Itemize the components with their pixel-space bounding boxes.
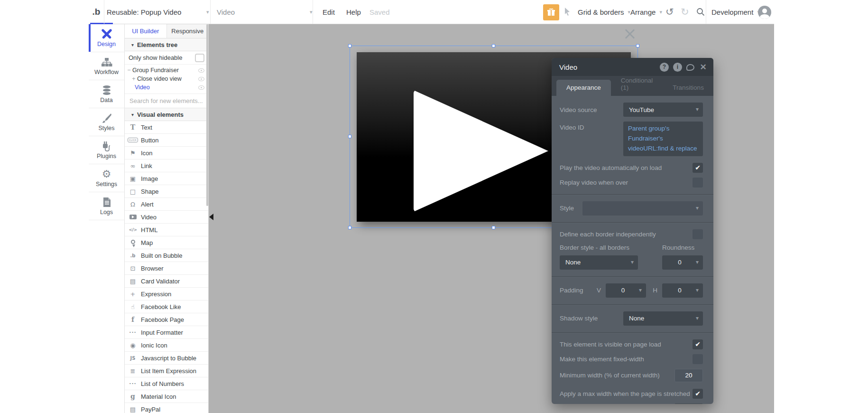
palette-item-icon[interactable]: ⚑ Icon <box>125 147 208 160</box>
palette-item-input-formatter[interactable]: ··· Input Formatter <box>125 326 208 339</box>
resize-handle[interactable] <box>492 44 495 47</box>
cursor-tool-icon[interactable] <box>563 7 572 16</box>
tab-ui-builder[interactable]: UI Builder <box>125 24 167 38</box>
palette-item-video[interactable]: Video <box>125 211 208 224</box>
resize-handle[interactable] <box>348 135 351 138</box>
tree-item-group-fundraiser[interactable]: − Group Fundraiser <box>125 66 208 75</box>
tab-conditional[interactable]: Conditional (1) <box>611 73 663 96</box>
tree-item-close-video-view[interactable]: + Close video view <box>125 75 208 83</box>
page-select-dropdown[interactable]: Video <box>217 0 235 24</box>
bubble-logo[interactable]: .b <box>89 0 104 24</box>
grid-borders-menu[interactable]: Grid & borders▾ <box>578 0 630 24</box>
palette-item-browser[interactable]: ⊡ Browser <box>125 262 208 275</box>
palette-item-button[interactable]: CLICK Button <box>125 134 208 147</box>
shadow-style-select[interactable]: None <box>623 311 703 326</box>
padding-h-select[interactable]: 0 <box>662 283 703 298</box>
eye-icon[interactable] <box>198 85 204 90</box>
autoplay-row: Play the video automatically on load <box>560 163 703 173</box>
search-new-elements-input[interactable] <box>125 97 208 104</box>
tree-item-video[interactable]: Video <box>125 83 208 92</box>
comment-icon[interactable] <box>686 64 694 71</box>
arrange-menu[interactable]: Arrange▾ <box>630 0 662 24</box>
gift-button[interactable] <box>543 4 559 20</box>
autoplay-checkbox[interactable] <box>693 163 703 173</box>
resize-handle[interactable] <box>636 44 639 47</box>
max-width-checkbox[interactable] <box>693 389 703 399</box>
palette-item-shape[interactable]: □ Shape <box>125 185 208 198</box>
visual-elements-header[interactable]: ▾ Visual elements <box>125 108 208 121</box>
elements-tree-header[interactable]: ▾ Elements tree <box>125 38 208 51</box>
video-id-expression[interactable]: Parent group's Fundraiser's videoURL:fin… <box>623 122 703 156</box>
sidebar-item-settings[interactable]: ⚙ Settings <box>89 164 124 192</box>
resize-handle[interactable] <box>348 44 351 47</box>
min-width-input[interactable]: 20 <box>674 369 703 382</box>
redo-icon[interactable]: ↻ <box>681 0 689 24</box>
design-canvas[interactable]: Video ? i ✕ Appearance Conditional (1) T… <box>209 24 774 413</box>
palette-item-list-item-expression[interactable]: ≣ List Item Expression <box>125 365 208 377</box>
palette-item-material-icon[interactable]: g Material Icon <box>125 390 208 403</box>
play-icon[interactable] <box>414 90 548 212</box>
eye-icon[interactable] <box>198 77 204 81</box>
palette-item-card-validator[interactable]: ▤ Card Validator <box>125 275 208 288</box>
video-id-row: Video ID Parent group's Fundraiser's vid… <box>560 122 703 156</box>
border-independent-checkbox[interactable] <box>693 229 703 239</box>
collapse-minus-icon[interactable]: − <box>127 67 131 74</box>
environment-dropdown[interactable]: Development▾ <box>711 0 760 24</box>
search-icon[interactable] <box>696 0 705 24</box>
palette-item-javascript-to-bubble[interactable]: JS Javascript to Bubble <box>125 352 208 365</box>
resize-handle[interactable] <box>492 226 495 229</box>
palette-item-facebook-page[interactable]: f Facebook Page <box>125 313 208 326</box>
replay-checkbox[interactable] <box>693 178 703 188</box>
dots-icon: ··· <box>125 329 141 336</box>
expand-plus-icon[interactable]: + <box>131 75 136 82</box>
clipped-next-control <box>674 404 703 404</box>
style-select[interactable] <box>582 201 703 216</box>
visual-elements-list: T Text CLICK Button ⚑ Icon ∞ Link ▣ Imag… <box>125 121 208 413</box>
border-style-select[interactable]: None <box>560 255 638 270</box>
tab-transitions[interactable]: Transitions <box>663 80 713 96</box>
eye-icon[interactable] <box>198 68 204 73</box>
palette-item-map[interactable]: Map <box>125 236 208 249</box>
palette-item-text[interactable]: T Text <box>125 121 208 134</box>
palette-item-list-of-numbers[interactable]: ··· List of Numbers <box>125 377 208 390</box>
sidebar-item-workflow[interactable]: Workflow <box>89 52 124 80</box>
only-show-hideable-checkbox[interactable] <box>195 54 204 62</box>
user-avatar[interactable] <box>758 6 771 19</box>
palette-item-image[interactable]: ▣ Image <box>125 172 208 185</box>
tab-responsive[interactable]: Responsive <box>167 24 209 38</box>
video-source-select[interactable]: YouTube <box>623 103 703 117</box>
visible-checkbox[interactable] <box>693 339 703 349</box>
resize-handle[interactable] <box>348 226 351 229</box>
help-icon[interactable]: ? <box>660 63 669 72</box>
palette-item-html[interactable]: </> HTML <box>125 224 208 236</box>
palette-scrollbar[interactable] <box>206 24 208 206</box>
fixed-width-checkbox[interactable] <box>693 354 703 364</box>
palette-item-facebook-like[interactable]: ☝ Facebook Like <box>125 300 208 313</box>
shadow-row: Shadow style None <box>560 311 703 326</box>
close-icon[interactable]: ✕ <box>699 63 708 72</box>
sidebar-item-design[interactable]: Design <box>89 24 124 52</box>
property-editor-body: Video source YouTube Video ID Parent gro… <box>552 96 713 404</box>
close-video-view-icon[interactable] <box>624 28 636 40</box>
edit-menu[interactable]: Edit <box>323 0 335 24</box>
panel-collapse-arrow-icon[interactable] <box>209 214 213 220</box>
plugins-icon <box>101 141 112 151</box>
roundness-select[interactable]: 0 <box>662 255 703 270</box>
palette-item-paypal[interactable]: ▤ PayPal <box>125 403 208 413</box>
sidebar-item-data[interactable]: Data <box>89 80 124 108</box>
palette-item-alert[interactable]: Ω Alert <box>125 198 208 211</box>
sidebar-item-plugins[interactable]: Plugins <box>89 136 124 164</box>
padding-v-select[interactable]: 0 <box>606 283 646 298</box>
info-icon[interactable]: i <box>673 63 682 72</box>
palette-item-expression[interactable]: + Expression <box>125 288 208 300</box>
palette-item-built-on-bubble[interactable]: .b Built on Bubble <box>125 249 208 262</box>
palette-item-ionic-icon[interactable]: ◉ Ionic Icon <box>125 339 208 352</box>
help-menu[interactable]: Help <box>346 0 361 24</box>
shape-icon: □ <box>125 188 141 195</box>
tab-appearance[interactable]: Appearance <box>556 80 611 96</box>
undo-icon[interactable]: ↺ <box>665 0 674 24</box>
sidebar-item-styles[interactable]: Styles <box>89 108 124 136</box>
sidebar-item-logs[interactable]: Logs <box>89 192 124 220</box>
palette-item-link[interactable]: ∞ Link <box>125 160 208 172</box>
app-page-dropdown[interactable]: Reusable: Popup Video <box>107 0 181 24</box>
